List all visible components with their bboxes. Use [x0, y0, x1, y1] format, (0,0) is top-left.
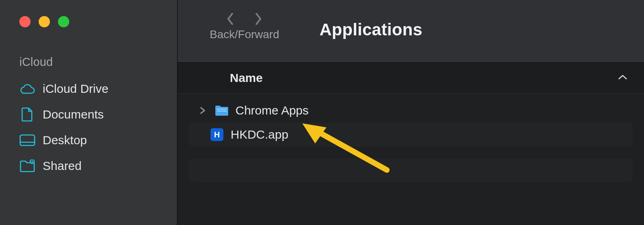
sidebar-item-icloud-drive[interactable]: iCloud Drive: [19, 76, 165, 102]
window-traffic-lights: [19, 16, 165, 27]
shared-folder-icon: [19, 158, 35, 174]
folder-icon: [215, 103, 229, 118]
desktop-icon: [19, 132, 35, 148]
file-name: Chrome Apps: [235, 104, 309, 117]
forward-button[interactable]: [252, 12, 265, 26]
svg-point-3: [31, 160, 33, 162]
sidebar-item-desktop[interactable]: Desktop: [19, 127, 165, 153]
file-list: Chrome Apps H HKDC.app: [178, 94, 644, 225]
sidebar-item-shared[interactable]: Shared: [19, 153, 165, 179]
disclosure-triangle-icon[interactable]: [197, 106, 208, 115]
sort-indicator-icon: [617, 74, 628, 82]
list-row-folder[interactable]: Chrome Apps: [189, 98, 633, 123]
column-header-row[interactable]: Name: [178, 62, 644, 94]
app-icon: H: [210, 127, 224, 142]
file-name: HKDC.app: [231, 128, 288, 141]
main-pane: Back/Forward Applications Name Chrome Ap…: [177, 0, 644, 225]
fullscreen-window-button[interactable]: [58, 16, 69, 27]
column-header-name: Name: [230, 71, 263, 85]
nav-group: Back/Forward: [210, 0, 279, 41]
minimize-window-button[interactable]: [39, 16, 50, 27]
svg-rect-0: [20, 135, 35, 145]
sidebar: iCloud iCloud Drive Documents Desktop Sh…: [0, 0, 177, 225]
cloud-icon: [19, 81, 35, 97]
sidebar-item-label: Documents: [43, 108, 104, 121]
sidebar-item-label: iCloud Drive: [43, 82, 108, 96]
back-button[interactable]: [223, 12, 237, 26]
sidebar-item-label: Shared: [43, 159, 82, 173]
sidebar-item-label: Desktop: [43, 133, 87, 147]
window-title: Applications: [320, 20, 423, 39]
finder-window: iCloud iCloud Drive Documents Desktop Sh…: [0, 0, 644, 225]
svg-rect-4: [217, 108, 227, 110]
close-window-button[interactable]: [19, 16, 31, 27]
toolbar: Back/Forward Applications: [178, 0, 644, 62]
document-icon: [19, 106, 35, 123]
list-row-app[interactable]: H HKDC.app: [189, 123, 633, 147]
sidebar-item-documents[interactable]: Documents: [19, 102, 165, 127]
nav-label: Back/Forward: [210, 28, 279, 41]
empty-row: [189, 159, 633, 182]
svg-text:H: H: [214, 130, 220, 139]
sidebar-section-label: iCloud: [19, 55, 165, 69]
svg-rect-5: [217, 110, 227, 112]
